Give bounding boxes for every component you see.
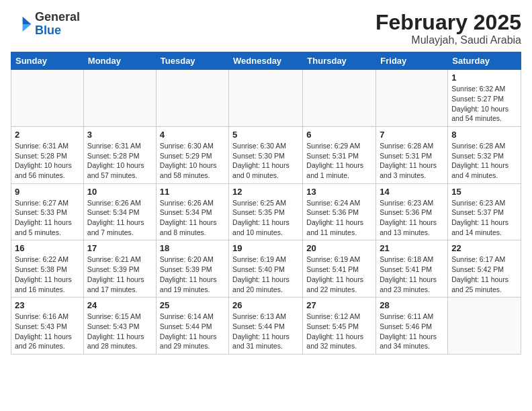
calendar-cell: 10Sunrise: 6:26 AMSunset: 5:34 PMDayligh… bbox=[83, 183, 156, 240]
calendar-week-4: 23Sunrise: 6:16 AMSunset: 5:43 PMDayligh… bbox=[11, 298, 521, 355]
day-info: Sunrise: 6:29 AMSunset: 5:31 PMDaylight:… bbox=[306, 141, 372, 181]
calendar-cell: 7Sunrise: 6:28 AMSunset: 5:31 PMDaylight… bbox=[376, 126, 448, 183]
calendar-cell: 9Sunrise: 6:27 AMSunset: 5:33 PMDaylight… bbox=[11, 183, 84, 240]
day-info: Sunrise: 6:26 AMSunset: 5:34 PMDaylight:… bbox=[160, 198, 225, 238]
day-number: 8 bbox=[451, 130, 517, 140]
day-info: Sunrise: 6:30 AMSunset: 5:30 PMDaylight:… bbox=[232, 141, 299, 181]
day-number: 26 bbox=[232, 300, 299, 310]
day-number: 6 bbox=[306, 130, 372, 140]
day-number: 21 bbox=[380, 243, 444, 253]
day-info: Sunrise: 6:12 AMSunset: 5:45 PMDaylight:… bbox=[306, 312, 372, 351]
day-info: Sunrise: 6:26 AMSunset: 5:34 PMDaylight:… bbox=[87, 198, 152, 238]
day-info: Sunrise: 6:17 AMSunset: 5:42 PMDaylight:… bbox=[451, 255, 517, 294]
calendar-cell: 1Sunrise: 6:32 AMSunset: 5:27 PMDaylight… bbox=[448, 70, 521, 127]
day-info: Sunrise: 6:28 AMSunset: 5:32 PMDaylight:… bbox=[451, 141, 517, 181]
calendar-cell: 6Sunrise: 6:29 AMSunset: 5:31 PMDaylight… bbox=[303, 126, 376, 183]
calendar-cell: 13Sunrise: 6:24 AMSunset: 5:36 PMDayligh… bbox=[303, 183, 376, 240]
calendar-week-1: 2Sunrise: 6:31 AMSunset: 5:28 PMDaylight… bbox=[11, 126, 521, 183]
day-info: Sunrise: 6:31 AMSunset: 5:28 PMDaylight:… bbox=[15, 141, 80, 181]
day-info: Sunrise: 6:23 AMSunset: 5:37 PMDaylight:… bbox=[451, 198, 517, 238]
day-number: 14 bbox=[380, 187, 444, 197]
day-number: 10 bbox=[87, 187, 152, 197]
day-info: Sunrise: 6:27 AMSunset: 5:33 PMDaylight:… bbox=[15, 198, 80, 238]
day-number: 16 bbox=[15, 243, 80, 253]
day-number: 20 bbox=[306, 243, 372, 253]
logo-general: General bbox=[35, 11, 80, 24]
calendar-cell: 24Sunrise: 6:15 AMSunset: 5:43 PMDayligh… bbox=[83, 298, 156, 355]
day-number: 23 bbox=[15, 300, 80, 310]
day-info: Sunrise: 6:19 AMSunset: 5:40 PMDaylight:… bbox=[232, 255, 299, 294]
day-info: Sunrise: 6:14 AMSunset: 5:44 PMDaylight:… bbox=[160, 312, 225, 351]
day-info: Sunrise: 6:23 AMSunset: 5:36 PMDaylight:… bbox=[380, 198, 444, 238]
calendar-cell bbox=[303, 70, 376, 127]
header: General Blue February 2025 Mulayjah, Sau… bbox=[11, 11, 521, 46]
calendar-cell: 19Sunrise: 6:19 AMSunset: 5:40 PMDayligh… bbox=[229, 240, 303, 298]
calendar-cell: 8Sunrise: 6:28 AMSunset: 5:32 PMDaylight… bbox=[448, 126, 521, 183]
day-number: 15 bbox=[451, 187, 517, 197]
calendar-cell: 5Sunrise: 6:30 AMSunset: 5:30 PMDaylight… bbox=[229, 126, 303, 183]
calendar-cell bbox=[376, 70, 448, 127]
calendar-cell: 22Sunrise: 6:17 AMSunset: 5:42 PMDayligh… bbox=[448, 240, 521, 298]
day-header-wednesday: Wednesday bbox=[229, 52, 303, 70]
calendar-cell: 14Sunrise: 6:23 AMSunset: 5:36 PMDayligh… bbox=[376, 183, 448, 240]
day-number: 12 bbox=[232, 187, 299, 197]
day-header-tuesday: Tuesday bbox=[156, 52, 228, 70]
day-number: 24 bbox=[87, 300, 152, 310]
calendar-cell: 28Sunrise: 6:11 AMSunset: 5:46 PMDayligh… bbox=[376, 298, 448, 355]
calendar-cell: 21Sunrise: 6:18 AMSunset: 5:41 PMDayligh… bbox=[376, 240, 448, 298]
svg-marker-0 bbox=[23, 17, 32, 24]
day-number: 28 bbox=[380, 300, 444, 310]
day-number: 11 bbox=[160, 187, 225, 197]
calendar-cell: 2Sunrise: 6:31 AMSunset: 5:28 PMDaylight… bbox=[11, 126, 84, 183]
day-info: Sunrise: 6:31 AMSunset: 5:28 PMDaylight:… bbox=[87, 141, 152, 181]
calendar-cell: 27Sunrise: 6:12 AMSunset: 5:45 PMDayligh… bbox=[303, 298, 376, 355]
calendar-week-0: 1Sunrise: 6:32 AMSunset: 5:27 PMDaylight… bbox=[11, 70, 521, 127]
day-info: Sunrise: 6:28 AMSunset: 5:31 PMDaylight:… bbox=[380, 141, 444, 181]
day-number: 22 bbox=[451, 243, 517, 253]
calendar-cell bbox=[229, 70, 303, 127]
calendar-header-row: SundayMondayTuesdayWednesdayThursdayFrid… bbox=[11, 52, 521, 70]
day-header-saturday: Saturday bbox=[448, 52, 521, 70]
day-info: Sunrise: 6:22 AMSunset: 5:38 PMDaylight:… bbox=[15, 255, 80, 294]
calendar-cell: 12Sunrise: 6:25 AMSunset: 5:35 PMDayligh… bbox=[229, 183, 303, 240]
calendar-cell: 16Sunrise: 6:22 AMSunset: 5:38 PMDayligh… bbox=[11, 240, 84, 298]
day-number: 1 bbox=[451, 73, 517, 83]
calendar-cell: 23Sunrise: 6:16 AMSunset: 5:43 PMDayligh… bbox=[11, 298, 84, 355]
calendar-cell bbox=[448, 298, 521, 355]
day-info: Sunrise: 6:18 AMSunset: 5:41 PMDaylight:… bbox=[380, 255, 444, 294]
calendar-cell: 3Sunrise: 6:31 AMSunset: 5:28 PMDaylight… bbox=[83, 126, 156, 183]
logo-blue: Blue bbox=[35, 24, 80, 38]
calendar-cell bbox=[83, 70, 156, 127]
day-number: 19 bbox=[232, 243, 299, 253]
day-info: Sunrise: 6:15 AMSunset: 5:43 PMDaylight:… bbox=[87, 312, 152, 351]
day-header-friday: Friday bbox=[376, 52, 448, 70]
calendar-week-3: 16Sunrise: 6:22 AMSunset: 5:38 PMDayligh… bbox=[11, 240, 521, 298]
calendar-cell: 18Sunrise: 6:20 AMSunset: 5:39 PMDayligh… bbox=[156, 240, 228, 298]
day-info: Sunrise: 6:24 AMSunset: 5:36 PMDaylight:… bbox=[306, 198, 372, 238]
calendar-cell: 25Sunrise: 6:14 AMSunset: 5:44 PMDayligh… bbox=[156, 298, 228, 355]
day-info: Sunrise: 6:16 AMSunset: 5:43 PMDaylight:… bbox=[15, 312, 80, 351]
day-info: Sunrise: 6:20 AMSunset: 5:39 PMDaylight:… bbox=[160, 255, 225, 294]
day-number: 27 bbox=[306, 300, 372, 310]
day-number: 3 bbox=[87, 130, 152, 140]
day-number: 25 bbox=[160, 300, 225, 310]
logo-icon bbox=[11, 13, 32, 35]
day-number: 7 bbox=[380, 130, 444, 140]
day-header-monday: Monday bbox=[83, 52, 156, 70]
logo-text: General Blue bbox=[35, 11, 80, 38]
day-info: Sunrise: 6:11 AMSunset: 5:46 PMDaylight:… bbox=[380, 312, 444, 351]
calendar-cell: 26Sunrise: 6:13 AMSunset: 5:44 PMDayligh… bbox=[229, 298, 303, 355]
day-number: 9 bbox=[15, 187, 80, 197]
calendar-cell bbox=[156, 70, 228, 127]
day-number: 13 bbox=[306, 187, 372, 197]
day-header-thursday: Thursday bbox=[303, 52, 376, 70]
day-number: 18 bbox=[160, 243, 225, 253]
day-info: Sunrise: 6:19 AMSunset: 5:41 PMDaylight:… bbox=[306, 255, 372, 294]
day-number: 5 bbox=[232, 130, 299, 140]
logo: General Blue bbox=[11, 11, 80, 38]
calendar-cell: 15Sunrise: 6:23 AMSunset: 5:37 PMDayligh… bbox=[448, 183, 521, 240]
day-info: Sunrise: 6:32 AMSunset: 5:27 PMDaylight:… bbox=[451, 84, 517, 124]
calendar-subtitle: Mulayjah, Saudi Arabia bbox=[375, 34, 521, 46]
page: General Blue February 2025 Mulayjah, Sau… bbox=[0, 0, 532, 361]
calendar-title: February 2025 bbox=[375, 11, 521, 34]
